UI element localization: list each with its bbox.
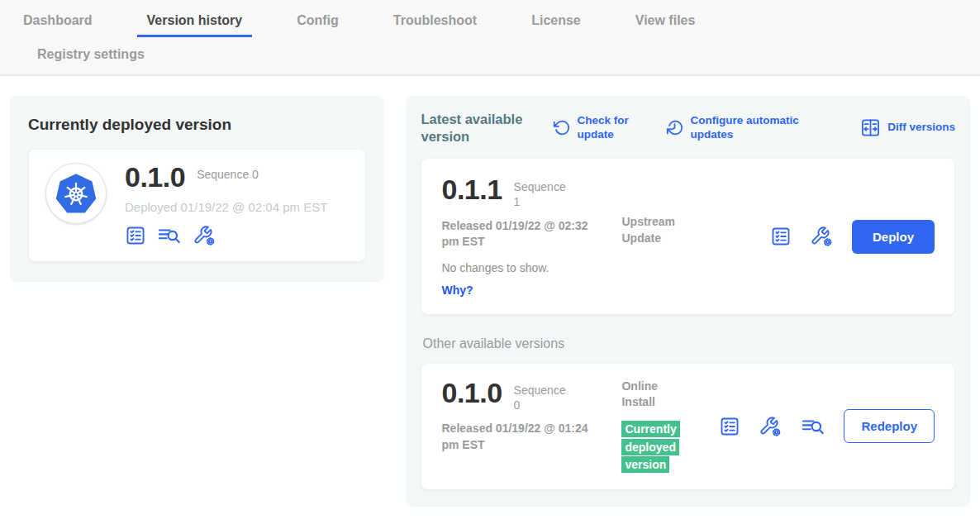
kubernetes-icon <box>54 171 98 216</box>
refresh-arrow-icon <box>553 119 570 136</box>
diff-versions-label: Diff versions <box>887 121 955 135</box>
check-for-update-link[interactable]: Check for update <box>553 114 638 142</box>
deployed-icon-row <box>125 225 327 246</box>
currently-deployed-title: Currently deployed version <box>28 116 366 134</box>
other-version-card: 0.1.0 Sequence 0 Released 01/19/22 @ 01:… <box>421 363 955 490</box>
deployed-version-info: 0.1.0 Sequence 0 Deployed 01/19/22 @ 02:… <box>125 163 327 246</box>
no-changes-text: No changes to show. <box>441 261 621 274</box>
upstream-update-label: Upstream Update <box>621 214 681 246</box>
nav-row-1: Dashboard Version history Config Trouble… <box>23 0 980 37</box>
tab-license[interactable]: License <box>531 13 581 37</box>
deployed-timestamp: Deployed 01/19/22 @ 02:04 pm EST <box>125 200 327 214</box>
diff-versions-link[interactable]: Diff versions <box>860 117 955 138</box>
latest-source-column: Upstream Update <box>621 214 719 246</box>
tab-registry-settings[interactable]: Registry settings <box>37 47 145 70</box>
check-for-update-label: Check for update <box>577 114 638 142</box>
latest-available-panel: Latest available version Check for updat… <box>406 96 970 507</box>
configure-automatic-updates-label: Configure automatic updates <box>690 114 799 142</box>
deployed-version-card: 0.1.0 Sequence 0 Deployed 01/19/22 @ 02:… <box>28 149 366 262</box>
other-released-timestamp: Released 01/19/22 @ 01:24 pm EST <box>441 421 590 453</box>
latest-actions-column: Deploy <box>770 220 935 254</box>
version-row: 0.1.1 Sequence 1 <box>441 175 621 209</box>
top-navigation: Dashboard Version history Config Trouble… <box>0 0 980 76</box>
nav-row-2: Registry settings <box>23 37 980 74</box>
latest-sequence-label: Sequence 1 <box>514 179 570 209</box>
configure-automatic-updates-link[interactable]: Configure automatic updates <box>666 114 799 142</box>
wrench-gear-icon[interactable] <box>759 416 783 437</box>
split-pane-diff-icon <box>860 117 881 138</box>
latest-version-number: 0.1.1 <box>441 175 502 205</box>
release-notes-search-icon[interactable] <box>157 225 182 246</box>
tab-version-history[interactable]: Version history <box>147 13 243 37</box>
release-notes-search-icon[interactable] <box>801 416 825 437</box>
other-version-info: 0.1.0 Sequence 0 Released 01/19/22 @ 01:… <box>441 379 621 454</box>
checklist-icon[interactable] <box>770 226 792 247</box>
app-logo-badge <box>45 163 107 224</box>
wrench-gear-icon[interactable] <box>810 226 834 247</box>
tab-troubleshoot[interactable]: Troubleshoot <box>393 13 477 37</box>
main-content: Currently deployed version <box>0 76 980 507</box>
deployed-version-number: 0.1.0 <box>125 163 185 193</box>
tab-config[interactable]: Config <box>297 13 339 37</box>
other-sequence-label: Sequence 0 <box>514 383 570 412</box>
latest-heading: Latest available version <box>421 111 545 145</box>
version-row: 0.1.0 Sequence 0 <box>125 163 327 193</box>
version-row: 0.1.0 Sequence 0 <box>441 379 621 412</box>
other-actions-column: Redeploy <box>719 409 935 443</box>
why-link[interactable]: Why? <box>441 284 473 297</box>
badge-wrap: Currently deployed version <box>621 421 684 474</box>
latest-header: Latest available version Check for updat… <box>421 111 955 145</box>
redeploy-button[interactable]: Redeploy <box>844 409 935 443</box>
currently-deployed-panel: Currently deployed version <box>10 96 384 282</box>
latest-version-info: 0.1.1 Sequence 1 Released 01/19/22 @ 02:… <box>441 175 621 298</box>
clock-refresh-icon <box>666 119 683 136</box>
online-install-label: Online Install <box>621 379 681 411</box>
checklist-icon[interactable] <box>125 225 146 246</box>
other-source-column: Online Install Currently deployed versio… <box>621 379 719 474</box>
latest-version-card: 0.1.1 Sequence 1 Released 01/19/22 @ 02:… <box>421 158 955 315</box>
latest-released-timestamp: Released 01/19/22 @ 02:32 pm EST <box>441 218 590 250</box>
deploy-button[interactable]: Deploy <box>852 220 935 254</box>
other-version-number: 0.1.0 <box>441 379 502 408</box>
header-actions: Check for update Configure automatic upd… <box>553 114 955 142</box>
checklist-icon[interactable] <box>719 416 740 437</box>
currently-deployed-badge: Currently deployed version <box>621 421 679 473</box>
other-available-versions-heading: Other available versions <box>422 336 955 351</box>
tab-view-files[interactable]: View files <box>635 13 696 37</box>
wrench-gear-icon[interactable] <box>193 225 216 246</box>
deployed-sequence-label: Sequence 0 <box>197 167 259 182</box>
tab-dashboard[interactable]: Dashboard <box>23 13 93 37</box>
